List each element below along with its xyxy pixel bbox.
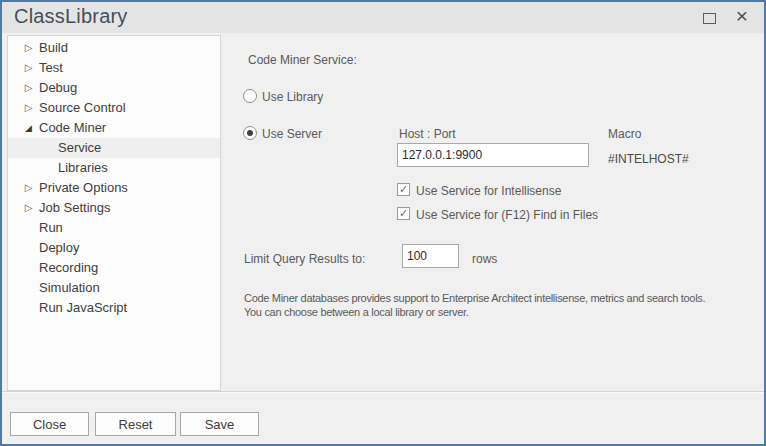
tree-item-deploy[interactable]: Deploy <box>8 238 220 258</box>
footer-divider <box>2 391 764 393</box>
tree-item-build[interactable]: ▷Build <box>8 38 220 58</box>
tree-item-service[interactable]: Service <box>8 138 220 158</box>
tree-item-label: Deploy <box>39 238 79 258</box>
tree-item-label: Code Miner <box>39 118 106 138</box>
tree-item-label: Private Options <box>39 178 128 198</box>
use-library-radio[interactable] <box>243 89 257 103</box>
collapsed-arrow-icon[interactable]: ▷ <box>18 38 39 58</box>
intellisense-checkbox[interactable]: ✓ <box>397 183 410 196</box>
limit-query-input[interactable] <box>402 244 459 268</box>
description-text: Code Miner databases provides support to… <box>244 291 705 319</box>
reset-button[interactable]: Reset <box>95 412 176 436</box>
tree-item-recording[interactable]: Recording <box>8 258 220 278</box>
host-port-label: Host : Port <box>399 127 456 141</box>
macro-label: Macro <box>608 127 641 141</box>
tree-item-debug[interactable]: ▷Debug <box>8 78 220 98</box>
tree-item-label: Debug <box>39 78 77 98</box>
tree-item-label: Service <box>58 138 101 158</box>
tree-item-label: Run <box>39 218 63 238</box>
limit-query-label: Limit Query Results to: <box>244 252 365 266</box>
tree-item-label: Run JavaScript <box>39 298 127 318</box>
tree-item-label: Libraries <box>58 158 108 178</box>
use-library-label[interactable]: Use Library <box>262 90 323 104</box>
rows-suffix-label: rows <box>472 252 497 266</box>
use-server-label[interactable]: Use Server <box>262 127 322 141</box>
tree-item-label: Recording <box>39 258 98 278</box>
f12-find-checkbox-label[interactable]: Use Service for (F12) Find in Files <box>416 208 598 222</box>
tree-item-job-settings[interactable]: ▷Job Settings <box>8 198 220 218</box>
description-line2: You can choose between a local library o… <box>244 305 705 319</box>
tree-item-label: Simulation <box>39 278 100 298</box>
collapsed-arrow-icon[interactable]: ▷ <box>18 198 39 218</box>
tree-item-private-options[interactable]: ▷Private Options <box>8 178 220 198</box>
settings-tree: ▷Build▷Test▷Debug▷Source Control◢Code Mi… <box>7 35 221 391</box>
tree-item-label: Build <box>39 38 68 58</box>
macro-value: #INTELHOST# <box>608 152 689 166</box>
tree-item-code-miner[interactable]: ◢Code Miner <box>8 118 220 138</box>
collapsed-arrow-icon[interactable]: ▷ <box>18 78 39 98</box>
options-dialog: ClassLibrary × ▷Build▷Test▷Debug▷Source … <box>0 0 766 446</box>
tree-item-label: Source Control <box>39 98 126 118</box>
collapsed-arrow-icon[interactable]: ▷ <box>18 58 39 78</box>
collapsed-arrow-icon[interactable]: ▷ <box>18 178 39 198</box>
close-button[interactable]: Close <box>10 412 89 436</box>
tree-item-run-javascript[interactable]: Run JavaScript <box>8 298 220 318</box>
tree-item-libraries[interactable]: Libraries <box>8 158 220 178</box>
collapsed-arrow-icon[interactable]: ▷ <box>18 98 39 118</box>
window-title: ClassLibrary <box>14 5 128 28</box>
section-label: Code Miner Service: <box>248 53 357 67</box>
maximize-icon[interactable] <box>703 13 716 24</box>
host-port-input[interactable] <box>397 143 589 167</box>
tree-item-run[interactable]: Run <box>8 218 220 238</box>
tree-item-simulation[interactable]: Simulation <box>8 278 220 298</box>
tree-item-label: Job Settings <box>39 198 111 218</box>
use-server-radio[interactable] <box>243 126 257 140</box>
expanded-arrow-icon[interactable]: ◢ <box>18 118 39 138</box>
description-line1: Code Miner databases provides support to… <box>244 291 705 305</box>
tree-item-label: Test <box>39 58 63 78</box>
close-icon[interactable]: × <box>731 2 753 30</box>
tree-item-test[interactable]: ▷Test <box>8 58 220 78</box>
tree-item-source-control[interactable]: ▷Source Control <box>8 98 220 118</box>
f12-find-checkbox[interactable]: ✓ <box>397 207 410 220</box>
titlebar: ClassLibrary × <box>2 2 764 33</box>
intellisense-checkbox-label[interactable]: Use Service for Intellisense <box>416 184 561 198</box>
save-button[interactable]: Save <box>180 412 259 436</box>
